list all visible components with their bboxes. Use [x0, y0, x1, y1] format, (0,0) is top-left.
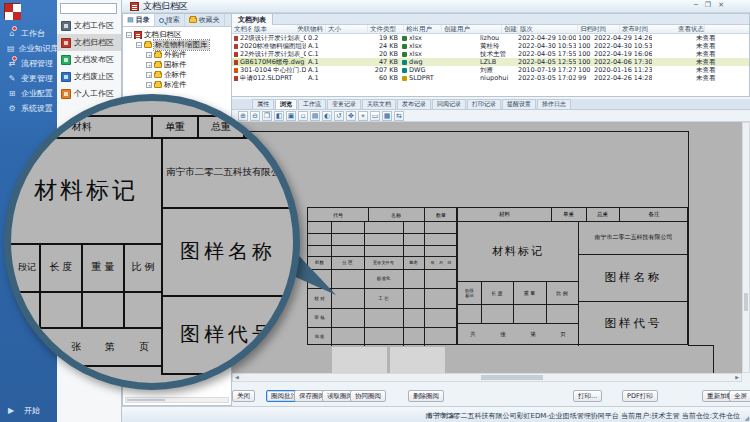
label-total-weight: 总重	[586, 208, 619, 221]
tab-file-list[interactable]: 文档列表	[232, 14, 273, 25]
tab-search[interactable]: 搜索	[155, 14, 185, 26]
expand-icon[interactable]: ＋	[146, 82, 152, 88]
detail-tab[interactable]: 浏览	[275, 99, 297, 109]
preview-action-button[interactable]: 打印...	[573, 390, 602, 402]
detail-tab[interactable]: 关联文档	[362, 99, 396, 109]
workspace-item-icon	[61, 21, 71, 31]
resize-grip[interactable]: ◢	[744, 414, 749, 421]
preview-tool-icon[interactable]: ⇆	[394, 111, 404, 121]
table-row[interactable]: 22级设计开发计划表_002.xlsx 0.2 19 KB xlsx lizho…	[232, 34, 749, 42]
tree-horizontal-scrollbar[interactable]	[125, 397, 229, 403]
preview-tool-icon[interactable]: ⊖	[250, 111, 260, 121]
preview-action-button[interactable]: 全屏	[729, 390, 750, 402]
label-ratio: 比 例	[546, 281, 578, 304]
column-header[interactable]: 查看状态	[676, 25, 705, 33]
column-header[interactable]: 版次	[518, 25, 578, 33]
column-header[interactable]: 版本	[252, 25, 298, 33]
preview-tool-icon[interactable]: ◧	[274, 111, 284, 121]
tree-item[interactable]: ＋ 企标件	[126, 70, 231, 80]
detail-tab[interactable]: 打印记录	[467, 99, 501, 109]
workspace-item[interactable]: 文档归档区	[57, 34, 121, 51]
panel-title: 文档归档区	[143, 0, 188, 13]
preview-tool-icon[interactable]: ▫	[298, 111, 308, 121]
expand-icon[interactable]: ＋	[146, 72, 152, 78]
workspace-item[interactable]: 文档发布区	[57, 51, 121, 68]
search-icon	[159, 18, 164, 23]
preview-tool-icon[interactable]: ▦	[382, 111, 392, 121]
cell-checkout-user	[442, 50, 478, 58]
start-label: 开始	[24, 405, 40, 416]
start-button[interactable]: ▶ 开始	[6, 405, 40, 416]
preview-tool-icon[interactable]: ⊕	[238, 111, 248, 121]
column-header[interactable]: 归档时间	[578, 25, 620, 33]
detail-tab[interactable]: 工作流	[298, 99, 326, 109]
vertical-scrollbar[interactable]	[742, 122, 750, 373]
expand-icon[interactable]: ＋	[146, 52, 152, 58]
sidebar-nav-item[interactable]: ⚙ 系统设置	[0, 101, 57, 116]
preview-tool-icon[interactable]: ▣	[286, 111, 296, 121]
tree-root[interactable]: − 文档归档区	[126, 30, 231, 40]
workspace-item[interactable]: 文档废止区	[57, 68, 121, 85]
horizontal-scrollbar[interactable]: ◀▶	[232, 373, 742, 382]
preview-action-button[interactable]: 关闭	[232, 390, 255, 402]
collapse-icon[interactable]: −	[126, 32, 132, 38]
detail-tab[interactable]: 操作日志	[537, 99, 571, 109]
sidebar-nav-item[interactable]: ⇄ 流程管理	[0, 56, 57, 71]
window-control-button[interactable]: ❐	[705, 1, 711, 9]
collapse-icon[interactable]: −	[136, 42, 142, 48]
table-row[interactable]: 301-0104 中心拉门.DWG A.1 207 KB DWG 刘雁 2010…	[232, 66, 749, 74]
table-row[interactable]: 申请012.SLDPRT A.1 60 KB SLDPRT niupohui 2…	[232, 74, 749, 82]
column-header[interactable]: 关联物料	[298, 25, 326, 33]
tab-catalog[interactable]: ▤ 目录	[123, 14, 155, 26]
sidebar-nav-item[interactable]: ⌂ 工作台	[0, 26, 57, 41]
preview-tool-icon[interactable]: ⌖	[358, 111, 368, 121]
cell-type: SLDPRT	[409, 74, 434, 82]
preview-action-button[interactable]: 协同圈阅	[350, 390, 386, 402]
column-header[interactable]: 文件类型	[368, 25, 404, 33]
cell-created: 2022-04-29 10:00:01	[516, 34, 576, 42]
detail-tab[interactable]: 属性	[252, 99, 274, 109]
window-control-button[interactable]: ─	[694, 1, 698, 9]
nav-icon: ⊞	[7, 89, 17, 99]
column-header[interactable]: 文档名称	[232, 25, 252, 33]
preview-tool-icon[interactable]: ↺	[334, 111, 344, 121]
column-header[interactable]: 大小	[326, 25, 368, 33]
sidebar-nav-item[interactable]: ⊞ 企业配置	[0, 86, 57, 101]
detail-tab[interactable]: 回阅记录	[432, 99, 466, 109]
detail-tab[interactable]: 提醒设置	[502, 99, 536, 109]
workspace-item[interactable]: 文档工作区	[57, 17, 121, 34]
tree-item[interactable]: ＋ 标准件	[126, 80, 231, 90]
detail-tab[interactable]: 变更记录	[327, 99, 361, 109]
column-header[interactable]: 发布时间	[620, 25, 676, 33]
preview-tool-icon[interactable]: ▤	[310, 111, 320, 121]
preview-tool-icon[interactable]: ▭	[370, 111, 380, 121]
tree-item[interactable]: ＋ 外购件	[126, 50, 231, 60]
preview-action-button[interactable]: PDF打印	[622, 390, 658, 402]
drawing-preview-canvas[interactable]: 代号 名称 数量 处数 分 区 更改文件号 签名 年、月、日 标准化 工 艺 校…	[232, 122, 742, 373]
tree-item-selected[interactable]: − 标准物料缩图库	[126, 40, 231, 50]
preview-tool-icon[interactable]: ✥	[346, 111, 356, 121]
preview-tool-icon[interactable]: ❐	[262, 111, 272, 121]
table-row[interactable]: 2020标准物料编图组设计开… A.1 24 KB xlsx 黄桂玲 2022-…	[232, 42, 749, 50]
preview-action-button[interactable]: 删除圈阅	[408, 390, 444, 402]
sidebar-nav-item[interactable]: ✎ 变更管理	[0, 71, 57, 86]
tree-item[interactable]: ＋ 国标件	[126, 60, 231, 70]
cell-created: 2022-04-30 10:53:52	[516, 42, 576, 50]
tab-favorites[interactable]: 收藏夹	[185, 14, 225, 26]
detail-tab[interactable]: 发布记录	[397, 99, 431, 109]
workspace-search-input[interactable]	[60, 3, 117, 14]
preview-tool-icon[interactable]: ◐	[322, 111, 332, 121]
label-material-mark: 材料标记	[458, 221, 578, 281]
column-header[interactable]: 检出用户	[404, 25, 442, 33]
cell-created: 2010-07-19 17:27:24	[516, 66, 576, 74]
tree-item-label: 国标件	[164, 60, 187, 70]
column-header[interactable]: 创建时间	[502, 25, 518, 33]
expand-icon[interactable]: ＋	[146, 62, 152, 68]
sidebar-nav-item[interactable]: ▤ 企业知识库	[0, 41, 57, 56]
table-row[interactable]: GB6170M6螺母.dwg A.1 47 KB dwg LZLB 2022-0…	[232, 58, 749, 66]
label-craft: 工 艺	[364, 288, 403, 308]
table-row[interactable]: 22外设计开发计划表_000000… C.1 20 KB xlsx 技术主管 2…	[232, 50, 749, 58]
preview-toolbar: ⊕⊖❐◧▣▫▤◐↺✥⌖▭▦⇆	[232, 110, 750, 122]
window-control-button[interactable]: ✕	[718, 1, 724, 9]
column-header[interactable]: 创建用户	[442, 25, 502, 33]
